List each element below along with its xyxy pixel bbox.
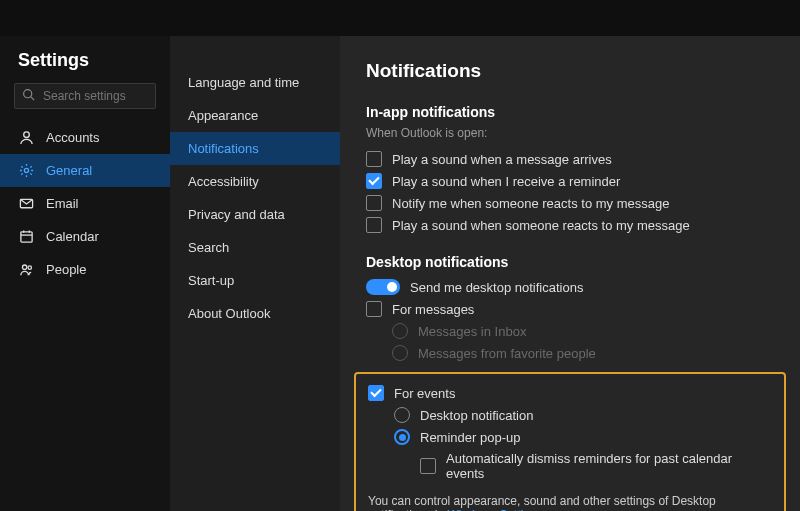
- mail-icon: [18, 196, 34, 211]
- subnav-language-time[interactable]: Language and time: [170, 66, 340, 99]
- checkbox-label: Play a sound when I receive a reminder: [392, 174, 620, 189]
- section-desktop-title: Desktop notifications: [366, 254, 774, 270]
- subnav-privacy[interactable]: Privacy and data: [170, 198, 340, 231]
- svg-point-2: [23, 132, 29, 138]
- radio-label: Desktop notification: [420, 408, 533, 423]
- checkbox-label: Notify me when someone reacts to my mess…: [392, 196, 669, 211]
- gear-icon: [18, 163, 34, 178]
- settings-content: Notifications In-app notifications When …: [340, 36, 800, 511]
- checkbox-sound-message[interactable]: [366, 151, 382, 167]
- section-inapp-title: In-app notifications: [366, 104, 774, 120]
- svg-point-9: [22, 265, 26, 269]
- nav-label: Calendar: [46, 229, 99, 244]
- svg-point-10: [28, 266, 31, 269]
- section-inapp-hint: When Outlook is open:: [366, 126, 774, 140]
- radio-messages-favorite[interactable]: [392, 345, 408, 361]
- checkbox-auto-dismiss[interactable]: [420, 458, 436, 474]
- nav-label: General: [46, 163, 92, 178]
- checkbox-label: Play a sound when a message arrives: [392, 152, 612, 167]
- people-icon: [18, 262, 34, 277]
- toggle-label: Send me desktop notifications: [410, 280, 583, 295]
- checkbox-for-events[interactable]: [368, 385, 384, 401]
- nav-people[interactable]: People: [0, 253, 170, 286]
- radio-event-desktop[interactable]: [394, 407, 410, 423]
- svg-point-3: [24, 168, 28, 172]
- checkbox-label: Play a sound when someone reacts to my m…: [392, 218, 690, 233]
- settings-sidebar: Settings Accounts General Email: [0, 36, 170, 511]
- toggle-desktop-notifications[interactable]: [366, 279, 400, 295]
- subnav-notifications[interactable]: Notifications: [170, 132, 340, 165]
- page-title: Notifications: [366, 60, 774, 82]
- checkbox-label: For messages: [392, 302, 474, 317]
- subnav-search[interactable]: Search: [170, 231, 340, 264]
- nav-calendar[interactable]: Calendar: [0, 220, 170, 253]
- subnav-about[interactable]: About Outlook: [170, 297, 340, 330]
- checkbox-label: Automatically dismiss reminders for past…: [446, 451, 772, 481]
- checkbox-notify-reacts[interactable]: [366, 195, 382, 211]
- svg-point-0: [24, 90, 32, 98]
- nav-label: Accounts: [46, 130, 99, 145]
- search-icon: [22, 88, 35, 104]
- desktop-footer-text: You can control appearance, sound and ot…: [368, 494, 772, 511]
- person-icon: [18, 130, 34, 145]
- svg-line-1: [31, 97, 34, 100]
- nav-label: People: [46, 262, 86, 277]
- radio-label: Messages in Inbox: [418, 324, 526, 339]
- radio-event-popup[interactable]: [394, 429, 410, 445]
- subnav-startup[interactable]: Start-up: [170, 264, 340, 297]
- calendar-icon: [18, 229, 34, 244]
- nav-label: Email: [46, 196, 79, 211]
- radio-label: Reminder pop-up: [420, 430, 520, 445]
- nav-accounts[interactable]: Accounts: [0, 121, 170, 154]
- events-highlight-box: For events Desktop notification Reminder…: [354, 372, 786, 511]
- svg-rect-5: [20, 232, 31, 242]
- nav-email[interactable]: Email: [0, 187, 170, 220]
- radio-messages-inbox[interactable]: [392, 323, 408, 339]
- nav-general[interactable]: General: [0, 154, 170, 187]
- checkbox-label: For events: [394, 386, 455, 401]
- radio-label: Messages from favorite people: [418, 346, 596, 361]
- window-titlebar: [0, 0, 800, 36]
- subnav-accessibility[interactable]: Accessibility: [170, 165, 340, 198]
- checkbox-for-messages[interactable]: [366, 301, 382, 317]
- checkbox-sound-reminder[interactable]: [366, 173, 382, 189]
- subnav-appearance[interactable]: Appearance: [170, 99, 340, 132]
- settings-heading: Settings: [0, 50, 170, 83]
- search-input[interactable]: [14, 83, 156, 109]
- checkbox-sound-reacts[interactable]: [366, 217, 382, 233]
- settings-subnav: Language and time Appearance Notificatio…: [170, 36, 340, 511]
